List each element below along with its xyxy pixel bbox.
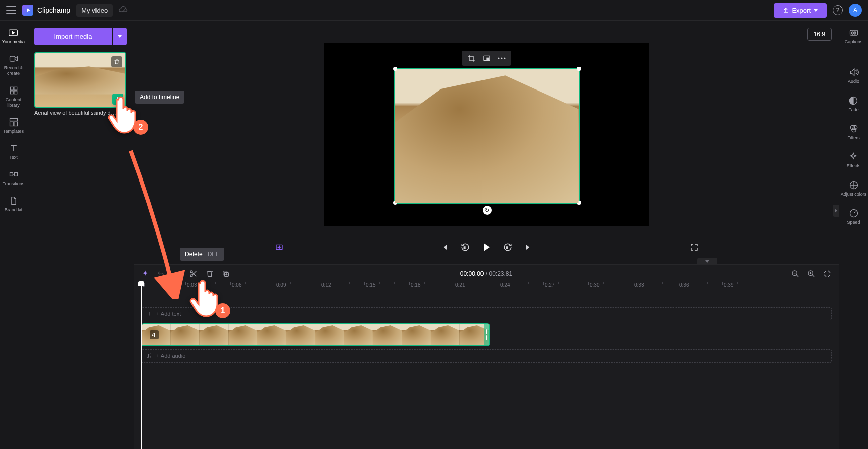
svg-point-14 (501, 58, 502, 59)
resize-handle-br[interactable] (577, 201, 581, 205)
delete-media-button[interactable] (111, 56, 122, 67)
svg-rect-1 (10, 56, 15, 61)
help-button[interactable]: ? (833, 5, 843, 15)
left-sidebar: Your media Record & create Content libra… (0, 21, 27, 449)
ruler-tick: 0:27 (543, 282, 554, 288)
preview-canvas[interactable]: ↻ (324, 43, 649, 226)
svg-rect-10 (14, 173, 17, 176)
resize-handle-tr[interactable] (577, 67, 581, 71)
sidebar-item-speed[interactable]: Speed (846, 208, 861, 225)
video-track[interactable] (141, 323, 832, 346)
import-media-dropdown[interactable] (113, 28, 127, 45)
app-header: Clipchamp My video Export ? A (0, 0, 868, 21)
fullscreen-button[interactable] (690, 243, 698, 251)
svg-text:5: 5 (506, 246, 508, 249)
playhead[interactable] (141, 282, 142, 449)
svg-point-32 (150, 356, 151, 357)
sidebar-item-brand-kit[interactable]: Brand kit (4, 196, 24, 213)
app-logo[interactable]: Clipchamp (22, 5, 70, 16)
resize-handle-tl[interactable] (393, 67, 397, 71)
ruler-tick: 0:03 (185, 282, 197, 288)
svg-rect-7 (10, 122, 13, 126)
ruler-tick: 0:21 (454, 282, 465, 288)
ruler-tick: 0:12 (320, 282, 331, 288)
sidebar-item-text[interactable]: Text (8, 143, 20, 160)
user-avatar[interactable]: A (849, 4, 862, 17)
sidebar-item-audio[interactable]: Audio (847, 67, 860, 84)
svg-text:CC: CC (851, 31, 856, 35)
timeline-ruler[interactable]: 00:030:060:090:120:150:180:210:240:270:3… (134, 282, 839, 293)
aspect-ratio-button[interactable]: 16:9 (807, 28, 832, 41)
rotate-handle[interactable]: ↻ (483, 206, 492, 215)
preview-area: 16:9 ↻ 5 5 (134, 21, 839, 264)
zoom-out-button[interactable] (791, 269, 800, 278)
tooltip-delete: Delete DEL (180, 248, 224, 261)
sidebar-item-templates[interactable]: Templates (2, 117, 25, 134)
clip-mute-button[interactable] (150, 330, 159, 339)
add-text-track[interactable]: + Add text (141, 307, 832, 320)
pip-button[interactable] (479, 53, 494, 64)
right-sidebar: CC Captions Audio Fade Filters Effects A… (839, 21, 868, 449)
svg-point-31 (148, 357, 149, 358)
ruler-tick: 0:24 (499, 282, 510, 288)
crop-button[interactable] (464, 53, 479, 64)
sidebar-item-transitions[interactable]: Transitions (2, 169, 26, 187)
ruler-tick: 0:33 (633, 282, 644, 288)
chevron-down-icon (814, 9, 818, 12)
ruler-tick: 0:06 (230, 282, 241, 288)
zoom-in-button[interactable] (807, 269, 816, 278)
collapse-timeline-button[interactable] (697, 258, 717, 265)
undo-button[interactable] (157, 269, 166, 278)
clip-trim-right[interactable] (484, 324, 489, 345)
sidebar-item-fade[interactable]: Fade (847, 96, 860, 113)
redo-button[interactable] (173, 269, 182, 278)
resize-handle-bl[interactable] (393, 201, 397, 205)
ruler-tick: 0:39 (722, 282, 733, 288)
sidebar-item-adjust-colors[interactable]: Adjust colors (840, 180, 868, 197)
fit-timeline-button[interactable] (823, 269, 832, 278)
svg-rect-9 (10, 173, 13, 176)
timeline-toolbar: 00:00.00 / 00:23.81 (134, 265, 839, 282)
video-clip[interactable] (141, 323, 490, 346)
add-audio-track[interactable]: + Add audio (141, 349, 832, 363)
canvas-toolbar (462, 51, 511, 66)
split-button[interactable] (189, 269, 198, 278)
sidebar-item-filters[interactable]: Filters (846, 124, 861, 141)
add-to-timeline-button[interactable]: + (112, 94, 123, 105)
export-button[interactable]: Export (774, 3, 827, 18)
sidebar-item-captions[interactable]: CC Captions (844, 28, 864, 45)
ruler-tick: 0:30 (588, 282, 599, 288)
project-title-input[interactable]: My video (76, 4, 113, 17)
media-thumbnail[interactable]: + (34, 52, 126, 108)
svg-point-24 (851, 128, 855, 132)
sidebar-item-effects[interactable]: Effects (846, 152, 861, 169)
seek-forward-button[interactable]: 5 (503, 242, 513, 252)
sidebar-item-content-library[interactable]: Content library (0, 85, 27, 108)
duplicate-button[interactable] (221, 269, 230, 278)
svg-rect-4 (10, 91, 13, 94)
svg-rect-6 (10, 119, 17, 121)
seek-back-button[interactable]: 5 (460, 242, 470, 252)
svg-point-15 (504, 58, 505, 59)
app-name: Clipchamp (37, 6, 70, 14)
skip-back-button[interactable] (439, 242, 449, 252)
selected-clip-preview[interactable]: ↻ (394, 68, 580, 204)
playback-controls: 5 5 (134, 242, 839, 252)
timecode-display: 00:00.00 / 00:23.81 (460, 270, 512, 277)
ruler-tick: 0:36 (678, 282, 689, 288)
sidebar-item-your-media[interactable]: Your media (1, 28, 26, 45)
menu-button[interactable] (6, 6, 16, 14)
more-button[interactable] (494, 53, 509, 64)
import-media-button[interactable]: Import media (34, 28, 112, 45)
ruler-tick: 0:09 (275, 282, 286, 288)
ai-sparkle-button[interactable] (141, 269, 150, 278)
chevron-down-icon (118, 35, 122, 38)
sidebar-item-record[interactable]: Record & create (0, 54, 27, 76)
delete-button[interactable] (205, 269, 214, 278)
ruler-tick: 0:18 (409, 282, 420, 288)
play-button[interactable] (481, 242, 492, 252)
collapse-right-panel-button[interactable] (833, 205, 839, 217)
svg-rect-3 (14, 87, 17, 90)
skip-forward-button[interactable] (524, 242, 534, 252)
timeline-tracks: + Add text + Add audio (134, 293, 839, 363)
